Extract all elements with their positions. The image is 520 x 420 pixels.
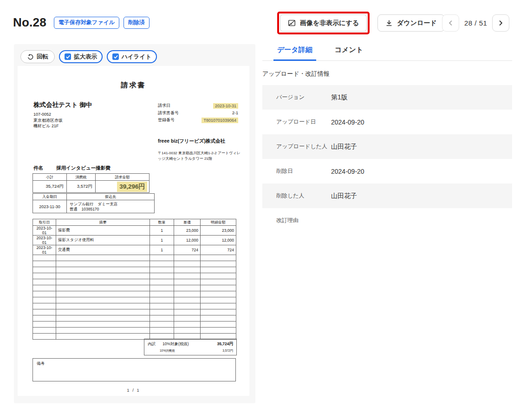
rotate-icon	[27, 53, 34, 60]
tax-base-label: 10%対象(税抜)	[162, 341, 189, 347]
section-title: アップロード・改訂情報	[262, 70, 512, 78]
hide-image-label: 画像を非表示にする	[300, 19, 359, 27]
invoice-page-indicator: 1 / 1	[18, 387, 249, 393]
totals-header-cell: 請求金額	[96, 174, 150, 181]
detail-value: 第1版	[331, 93, 348, 102]
meta-value: 2-1	[232, 111, 238, 115]
checkbox-checked-icon[interactable]	[65, 53, 71, 60]
invoice-empty-row	[33, 267, 236, 273]
item-cell: 撮影スタジオ使用料	[56, 236, 150, 245]
invoice-item-row: 2023-10-01撮影費123,00023,000	[33, 226, 236, 236]
checkbox-checked-icon[interactable]	[112, 53, 119, 60]
subject-value: 採用インタビュー撮影費	[56, 165, 110, 171]
annotation-highlight-box: 画像を非表示にする	[277, 12, 370, 34]
notes-label: 備考	[37, 361, 45, 366]
meta-value: T8010701039064	[202, 118, 238, 123]
breakdown-label: 内訳	[148, 341, 156, 347]
invoice-payment-table: 入金期日振込先2023-11-30サンプル銀行 ダミー支店普通 10385170	[32, 193, 155, 213]
item-cell: 撮影費	[56, 226, 150, 236]
item-cell: 12,000	[201, 236, 236, 245]
invoice-issuer: freee biz(フリービズ)株式会社	[158, 138, 225, 144]
next-page-button[interactable]	[492, 14, 509, 32]
chevron-left-icon	[448, 20, 454, 26]
rotate-button[interactable]: 回転	[20, 50, 55, 63]
totals-header-cell: 小計	[33, 174, 67, 181]
item-cell: 724	[201, 245, 236, 255]
invoice-empty-row	[33, 279, 236, 285]
highlight-toggle-label: ハイライト	[122, 53, 151, 61]
detail-value: 山田花子	[331, 143, 357, 151]
invoice-meta-row: 請求日2023-10-31	[158, 102, 238, 110]
badge-list: 電子保存対象ファイル削除済	[54, 17, 150, 29]
totals-value-cell: 3,572円	[67, 181, 96, 193]
pagination: 28 / 51	[442, 14, 509, 32]
invoice-empty-row	[33, 315, 236, 322]
payment-header-cell: 入金期日	[33, 194, 67, 200]
address-line: 機材ビル 21F	[33, 123, 63, 129]
download-icon	[385, 20, 393, 27]
page-indicator: 28 / 51	[464, 19, 487, 27]
address-line: 東京都港区赤坂	[33, 118, 63, 124]
tab-comments[interactable]: コメント	[334, 42, 364, 60]
detail-row: 改訂理由	[262, 208, 512, 233]
rotate-label: 回転	[37, 53, 48, 61]
zoom-toggle-label: 拡大表示	[74, 53, 97, 61]
highlighted-total-amount: 39,296円	[117, 182, 147, 192]
invoice-empty-row	[33, 261, 236, 267]
detail-label: 削除した人	[276, 192, 331, 200]
invoice-subject-row: 件名採用インタビュー撮影費	[33, 165, 110, 171]
zoom-toggle-button[interactable]: 拡大表示	[59, 50, 103, 63]
hide-image-icon	[288, 19, 296, 27]
totals-value-cell: 39,296円	[96, 181, 150, 193]
details-panel: データ詳細 コメント アップロード・改訂情報 バージョン第1版アップロード日20…	[262, 42, 512, 233]
invoice-empty-row	[33, 328, 236, 334]
meta-label: 請求書番号	[158, 110, 179, 116]
detail-label: 削除日	[276, 167, 331, 175]
tax-base-value: 35,724円	[217, 341, 234, 347]
detail-value: 山田花子	[331, 192, 357, 200]
meta-label: 登録番号	[158, 117, 175, 123]
prev-page-button[interactable]	[442, 14, 459, 32]
viewer-toolbar: 回転 拡大表示 ハイライト	[20, 50, 157, 63]
header: No.28 電子保存対象ファイル削除済	[13, 15, 150, 30]
invoice-document: 請求書 株式会社テスト 御中 107-0052東京都港区赤坂機材ビル 21F 請…	[18, 66, 249, 396]
invoice-totals-table: 小計消費税請求金額35,724円3,572円39,296円	[32, 173, 150, 193]
detail-rows: バージョン第1版アップロード日2024-09-20アップロードした人山田花子削除…	[262, 85, 512, 233]
invoice-recipient: 株式会社テスト 御中	[33, 101, 92, 109]
invoice-item-row: 2023-10-01撮影スタジオ使用料112,00012,000	[33, 236, 236, 245]
invoice-tax-breakdown: 内訳 10%対象(税抜) 35,724円 10%消費税 3,572円	[144, 339, 237, 355]
meta-label: 請求日	[158, 103, 170, 109]
invoice-meta: 請求日2023-10-31請求書番号2-1登録番号T8010701039064	[158, 102, 238, 124]
item-cell: 12,000	[174, 236, 201, 245]
hide-image-button[interactable]: 画像を非表示にする	[280, 14, 367, 32]
payment-header-cell: 振込先	[67, 194, 155, 200]
invoice-meta-row: 請求書番号2-1	[158, 110, 238, 117]
detail-value: 2024-09-20	[331, 118, 364, 126]
item-cell: 2023-10-01	[33, 226, 56, 236]
items-header-cell: 取引日	[33, 219, 56, 226]
detail-label: アップロードした人	[276, 143, 331, 151]
download-button[interactable]: ダウンロード	[377, 14, 445, 32]
tab-bar: データ詳細 コメント	[262, 42, 512, 61]
detail-label: バージョン	[276, 93, 331, 101]
highlight-toggle-button[interactable]: ハイライト	[107, 50, 157, 63]
item-cell: 2023-10-01	[33, 245, 56, 255]
invoice-recipient-address: 107-0052東京都港区赤坂機材ビル 21F	[33, 112, 63, 129]
invoice-item-row: 2023-10-01交通費1724724	[33, 245, 236, 255]
tab-data-details[interactable]: データ詳細	[276, 42, 313, 60]
status-badge: 削除済	[124, 17, 150, 29]
items-header-cell: 摘要	[56, 219, 150, 226]
payment-due-date: 2023-11-30	[33, 200, 67, 213]
invoice-title: 請求書	[18, 81, 249, 90]
detail-row: バージョン第1版	[262, 85, 512, 110]
detail-row: アップロードした人山田花子	[262, 134, 512, 159]
invoice-meta-row: 登録番号T8010701039064	[158, 117, 238, 124]
invoice-notes-box: 備考	[32, 358, 236, 381]
invoice-empty-row	[33, 255, 236, 261]
items-header-cell: 単価	[174, 219, 201, 226]
item-cell: 1	[150, 245, 174, 255]
item-cell: 23,000	[174, 226, 201, 236]
document-detail-page: No.28 電子保存対象ファイル削除済 画像を非表示にする ダウンロード	[0, 0, 520, 420]
detail-label: アップロード日	[276, 118, 331, 126]
invoice-empty-row	[33, 303, 236, 309]
